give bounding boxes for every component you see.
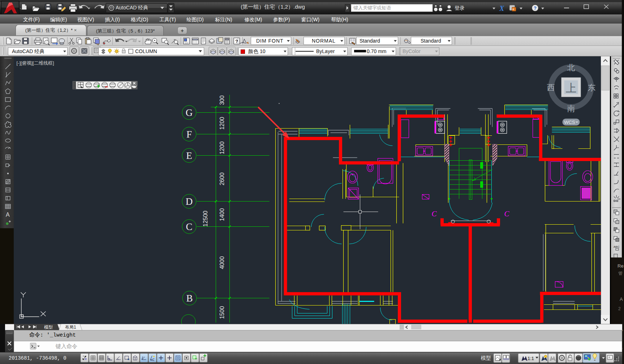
svg-text:1:1: 1:1 (528, 356, 534, 361)
svg-text:模型: 模型 (481, 355, 491, 361)
svg-text:D: D (186, 196, 193, 207)
svg-text:上: 上 (566, 82, 577, 94)
svg-text:12500: 12500 (202, 211, 208, 227)
svg-text:WCS: WCS (564, 120, 575, 125)
svg-text:2: 2 (618, 306, 621, 311)
svg-text:C: C (432, 209, 437, 218)
svg-text:1200: 1200 (219, 142, 225, 155)
svg-text:1500: 1500 (219, 306, 225, 319)
svg-text:管: 管 (618, 271, 623, 276)
svg-text:A: A (6, 212, 10, 218)
svg-text:1200: 1200 (219, 117, 225, 130)
svg-text:ABC: ABC (614, 245, 620, 248)
svg-text:G: G (186, 107, 193, 118)
svg-text:北: 北 (567, 63, 575, 72)
svg-text:Re: Re (617, 263, 624, 269)
svg-text:布局1: 布局1 (65, 325, 76, 330)
svg-text:2600: 2600 (219, 173, 225, 186)
svg-text:A: A (620, 296, 623, 302)
svg-text:C: C (186, 221, 192, 232)
svg-text:4000: 4000 (219, 256, 225, 269)
svg-text:西: 西 (547, 83, 555, 92)
svg-text:E: E (186, 150, 192, 161)
svg-text:模型: 模型 (44, 325, 53, 330)
svg-text:南: 南 (567, 104, 575, 113)
svg-text:F: F (186, 129, 192, 140)
svg-text:1400: 1400 (219, 208, 225, 221)
svg-text:C: C (504, 209, 510, 218)
svg-text:东: 东 (588, 83, 596, 92)
svg-text:B: B (186, 293, 193, 304)
svg-text:300: 300 (219, 95, 225, 105)
svg-text:[-][俯视][二维线框]: [-][俯视][二维线框] (17, 60, 54, 66)
